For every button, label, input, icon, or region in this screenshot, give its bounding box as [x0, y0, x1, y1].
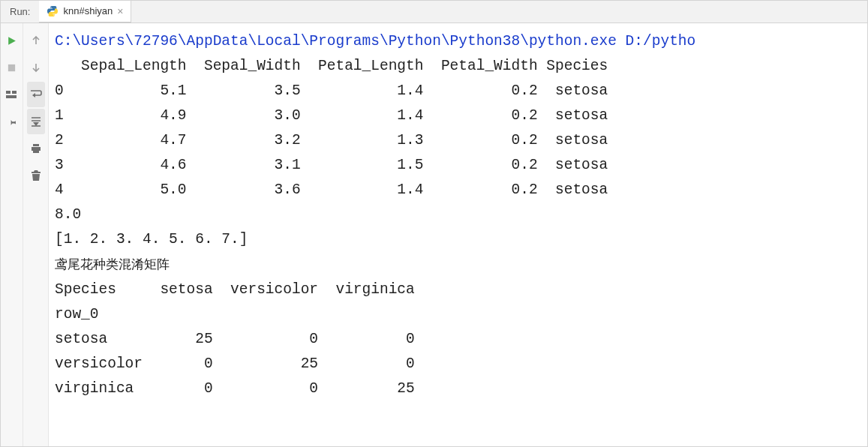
rerun-button[interactable] — [3, 28, 21, 53]
pin-button[interactable] — [3, 109, 21, 134]
svg-rect-3 — [6, 95, 17, 98]
svg-rect-2 — [12, 91, 17, 94]
scroll-to-end-button[interactable] — [27, 109, 45, 134]
layout-button[interactable] — [3, 82, 21, 107]
python-file-icon — [47, 5, 59, 17]
dataframe-row: 2 4.7 3.2 1.3 0.2 setosa — [55, 132, 608, 148]
tab-title: knn#shiyan — [63, 5, 113, 16]
dataframe-header: Sepal_Length Sepal_Width Petal_Length Pe… — [55, 58, 608, 74]
console-toolbar — [23, 23, 49, 446]
run-tab-bar: Run: knn#shiyan × — [1, 1, 867, 23]
clear-button[interactable] — [27, 163, 45, 188]
confusion-matrix-rowlabel: row_0 — [55, 306, 99, 322]
confusion-matrix-header: Species setosa versicolor virginica — [55, 281, 415, 298]
confusion-matrix-row: virginica 0 0 25 — [55, 380, 415, 397]
soft-wrap-button[interactable] — [27, 82, 45, 107]
dataframe-row: 4 5.0 3.6 1.4 0.2 setosa — [55, 182, 608, 198]
console-output[interactable]: C:\Users\72796\AppData\Local\Programs\Py… — [49, 23, 867, 446]
confusion-matrix-title: 鸢尾花种类混淆矩阵 — [55, 257, 170, 272]
svg-rect-0 — [8, 64, 15, 70]
confusion-matrix-row: versicolor 0 25 0 — [55, 356, 415, 372]
run-tab[interactable]: knn#shiyan × — [39, 1, 131, 23]
dataframe-row: 0 5.1 3.5 1.4 0.2 setosa — [55, 82, 608, 99]
print-button[interactable] — [27, 136, 45, 161]
array-output: [1. 2. 3. 4. 5. 6. 7.] — [55, 231, 248, 248]
run-tool-window: Run: knn#shiyan × — [0, 0, 868, 447]
confusion-matrix-row: setosa 25 0 0 — [55, 331, 415, 347]
up-arrow-icon[interactable] — [27, 28, 45, 53]
down-arrow-icon[interactable] — [27, 55, 45, 80]
stop-button[interactable] — [3, 55, 21, 80]
run-label: Run: — [1, 6, 39, 17]
dataframe-row: 3 4.6 3.1 1.5 0.2 setosa — [55, 157, 608, 173]
interpreter-path: C:\Users\72796\AppData\Local\Programs\Py… — [55, 33, 695, 50]
run-toolbar-left — [1, 23, 23, 446]
dataframe-row: 1 4.9 3.0 1.4 0.2 setosa — [55, 107, 608, 124]
close-icon[interactable]: × — [117, 5, 123, 17]
svg-rect-1 — [6, 91, 11, 94]
scalar-output: 8.0 — [55, 206, 81, 223]
